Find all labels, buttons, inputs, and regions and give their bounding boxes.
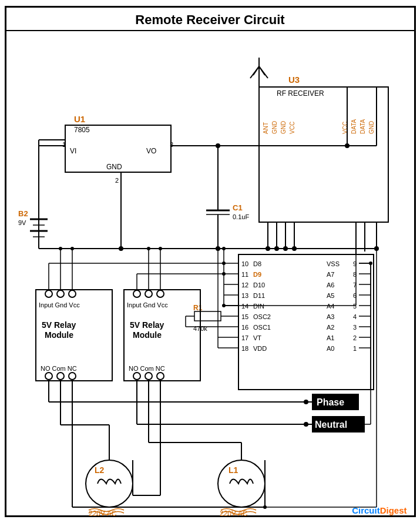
watermark-suffix: Digest — [380, 505, 407, 515]
svg-point-157 — [159, 247, 162, 250]
svg-point-145 — [133, 290, 140, 297]
svg-point-136 — [69, 290, 76, 297]
svg-point-142 — [69, 373, 76, 380]
svg-text:D11: D11 — [253, 292, 265, 299]
svg-text:OSC1: OSC1 — [253, 324, 271, 331]
svg-text:A5: A5 — [327, 292, 334, 299]
svg-text:4: 4 — [353, 313, 357, 320]
svg-text:13: 13 — [241, 292, 248, 299]
svg-point-134 — [45, 290, 52, 297]
svg-point-56 — [283, 246, 288, 251]
svg-point-130 — [222, 247, 226, 250]
svg-text:A2: A2 — [327, 324, 334, 331]
svg-text:NO  Com  NC: NO Com NC — [41, 365, 77, 372]
svg-point-180 — [86, 460, 133, 507]
circuit-area: B2 9V U1 7805 VI VO GND 1 3 2 — [6, 31, 414, 519]
svg-text:VDD: VDD — [253, 345, 267, 352]
svg-point-208 — [369, 262, 372, 265]
svg-text:17: 17 — [241, 334, 248, 341]
svg-text:1: 1 — [62, 141, 66, 148]
svg-point-128 — [216, 247, 220, 250]
svg-text:VSS: VSS — [327, 260, 340, 267]
svg-point-141 — [57, 373, 64, 380]
svg-text:GND: GND — [368, 121, 375, 134]
svg-text:VT: VT — [253, 334, 261, 341]
svg-text:10: 10 — [241, 260, 248, 267]
svg-text:DATA: DATA — [351, 119, 357, 134]
svg-text:ANT: ANT — [263, 122, 269, 134]
svg-point-155 — [70, 247, 74, 250]
svg-rect-119 — [194, 311, 221, 321]
svg-point-140 — [45, 373, 52, 380]
svg-text:A3: A3 — [327, 313, 334, 320]
svg-text:A7: A7 — [327, 271, 334, 278]
svg-text:C1: C1 — [233, 203, 243, 212]
svg-text:A1: A1 — [327, 334, 334, 341]
svg-point-60 — [345, 143, 350, 148]
svg-line-37 — [253, 66, 259, 75]
svg-text:12: 12 — [241, 281, 248, 289]
svg-text:Input  Gnd  Vcc: Input Gnd Vcc — [127, 301, 168, 309]
svg-text:A4: A4 — [327, 303, 334, 310]
svg-text:L1: L1 — [229, 465, 238, 475]
svg-text:L2: L2 — [95, 465, 105, 475]
svg-point-202 — [263, 505, 267, 509]
svg-text:11: 11 — [241, 271, 248, 278]
svg-text:A6: A6 — [327, 281, 334, 289]
svg-line-38 — [259, 66, 265, 75]
svg-point-22 — [119, 246, 123, 251]
svg-point-147 — [157, 290, 164, 297]
page-title: Remote Receiver Circuit — [6, 8, 414, 31]
watermark: CircuitDigest — [352, 505, 406, 515]
svg-text:5V Relay: 5V Relay — [42, 320, 76, 330]
svg-text:3: 3 — [170, 141, 173, 148]
svg-text:GND: GND — [280, 121, 287, 134]
svg-text:5V Relay: 5V Relay — [130, 320, 164, 330]
svg-text:DATA: DATA — [359, 119, 366, 134]
svg-text:U3: U3 — [288, 75, 300, 85]
svg-text:NO  Com  NC: NO Com NC — [129, 365, 165, 372]
svg-text:9V: 9V — [18, 219, 26, 226]
svg-point-164 — [222, 262, 226, 265]
svg-text:GND: GND — [106, 163, 122, 171]
svg-text:2: 2 — [115, 177, 119, 184]
svg-text:R1: R1 — [193, 304, 203, 312]
svg-text:1: 1 — [353, 345, 357, 352]
svg-point-151 — [133, 373, 140, 380]
svg-point-52 — [266, 246, 270, 251]
svg-text:DIN: DIN — [253, 303, 264, 310]
svg-text:VO: VO — [146, 147, 156, 155]
svg-point-135 — [57, 290, 64, 297]
svg-text:B2: B2 — [18, 209, 28, 218]
svg-text:18: 18 — [241, 345, 248, 352]
svg-point-167 — [222, 272, 226, 276]
svg-point-54 — [274, 246, 279, 251]
svg-text:7805: 7805 — [74, 126, 90, 134]
svg-text:2: 2 — [353, 334, 357, 341]
svg-text:14: 14 — [241, 303, 248, 310]
svg-text:VI: VI — [70, 147, 76, 155]
svg-point-161 — [147, 247, 150, 250]
svg-text:Module: Module — [45, 330, 73, 340]
svg-text:VCC: VCC — [289, 122, 295, 134]
svg-point-159 — [59, 247, 62, 250]
outer-border: Remote Receiver Circuit B2 9V U1 7805 — [5, 6, 416, 517]
svg-text:0.1uF: 0.1uF — [233, 213, 249, 220]
svg-point-152 — [145, 373, 152, 380]
svg-point-183 — [218, 460, 265, 507]
svg-text:U1: U1 — [74, 114, 85, 124]
watermark-prefix: Circuit — [352, 505, 380, 515]
svg-text:3: 3 — [353, 324, 357, 331]
svg-text:A0: A0 — [327, 345, 334, 352]
svg-text:Module: Module — [133, 330, 162, 340]
svg-text:D8: D8 — [253, 260, 261, 267]
svg-text:15: 15 — [241, 313, 248, 320]
svg-rect-40 — [259, 87, 388, 222]
svg-text:GND: GND — [271, 121, 278, 134]
svg-text:D10: D10 — [253, 281, 265, 289]
svg-text:Phase: Phase — [317, 397, 344, 407]
svg-text:16: 16 — [241, 324, 248, 331]
svg-text:Input  Gnd  Vcc: Input Gnd Vcc — [39, 301, 80, 309]
svg-text:Neutral: Neutral — [315, 420, 347, 430]
svg-point-206 — [222, 304, 226, 307]
